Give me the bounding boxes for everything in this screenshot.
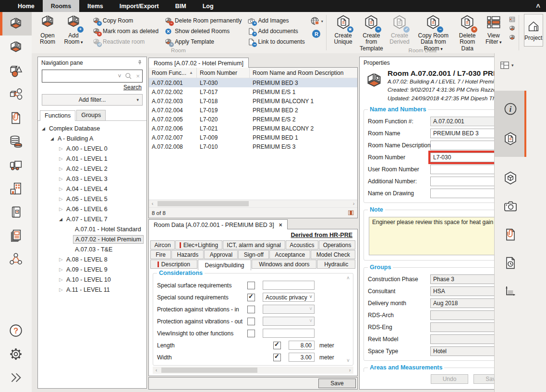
property-field[interactable]: PREMIUM BED 3 — [430, 129, 501, 138]
category-tab[interactable]: Approval — [204, 250, 238, 259]
scroll-left-icon[interactable]: ‹ — [149, 200, 156, 207]
menu-tab-rooms[interactable]: Rooms — [43, 0, 79, 12]
sidebar-attachments[interactable] — [0, 106, 32, 130]
tree-item[interactable]: A.07.02 - Hotel Premium — [38, 234, 146, 244]
value-field[interactable]: 3.00 — [289, 353, 315, 362]
delete-room-permanently-button[interactable]: − Delete Room permanently — [164, 15, 242, 26]
tree-item[interactable]: A - Building A — [38, 133, 146, 143]
sidebar-catalog[interactable] — [0, 200, 32, 224]
tree-expander-icon[interactable] — [59, 206, 66, 212]
create-from-template-button[interactable]: = Create from Template — [356, 13, 387, 52]
value-field[interactable]: Acoustic privacy — [263, 293, 315, 302]
tree-item[interactable]: A.10 - LEVEL 10 — [38, 274, 146, 285]
category-tab[interactable]: Acceptance — [269, 250, 310, 259]
tree-item[interactable]: A.11 - LEVEL 11 — [38, 285, 146, 295]
sidebar-rooms[interactable] — [0, 12, 32, 36]
add-images-button[interactable]: + Add Images — [247, 15, 304, 26]
category-tab[interactable]: Hazards — [171, 250, 204, 259]
checkbox[interactable] — [247, 330, 255, 337]
group-dropdown[interactable]: Aug 2018 — [430, 298, 501, 308]
tree-item[interactable]: A.00 - LEVEL 0 — [38, 143, 146, 154]
table-row[interactable]: A.07.02.002 L7-017 PREMIUM E/S 1 — [149, 87, 357, 96]
room-data-horizontal-scrollbar[interactable]: ‹ › — [153, 367, 353, 374]
tree-item[interactable]: A.07.01 - Hotel Standard — [38, 224, 146, 234]
scrollbar-thumb[interactable] — [161, 368, 257, 373]
revit-link-icon[interactable]: R — [312, 30, 320, 38]
tree-expander-icon[interactable] — [59, 257, 66, 262]
category-tab[interactable]: Design/building — [198, 260, 252, 271]
category-tab[interactable]: Operations — [319, 240, 355, 249]
sidebar-help[interactable] — [0, 319, 32, 342]
measurements-icon[interactable] — [503, 284, 518, 299]
room-remove-icon[interactable] — [509, 34, 516, 41]
tree-expander-icon[interactable] — [59, 186, 66, 191]
tree-expander-icon[interactable] — [59, 166, 66, 171]
column-header-room-number[interactable]: Room Number — [197, 68, 250, 78]
group-dropdown[interactable]: Phase 3 — [430, 274, 501, 284]
column-header-room-name[interactable]: Room Name and Room Description — [250, 68, 357, 78]
rooms-horizontal-scrollbar[interactable]: ‹ › — [149, 200, 357, 207]
category-tab[interactable]: Hydraulic — [317, 260, 355, 269]
room-sync-icon[interactable] — [509, 25, 516, 32]
group-dropdown[interactable] — [430, 310, 501, 320]
scrollbar-thumb[interactable] — [158, 201, 249, 206]
sidebar-expand[interactable] — [0, 366, 32, 389]
tree-expander-icon[interactable] — [59, 217, 66, 222]
property-field[interactable] — [430, 189, 501, 198]
checkbox[interactable] — [247, 294, 255, 301]
tree-expander-icon[interactable] — [59, 287, 66, 292]
undo-button[interactable]: Undo — [431, 374, 468, 384]
sidebar-distribution[interactable] — [0, 83, 32, 106]
reactivate-room-button[interactable]: ↺ Reactivate room — [92, 36, 158, 47]
create-derived-button[interactable]: ✓ Create Derived — [387, 13, 413, 52]
category-tab[interactable]: Acoustics — [286, 240, 319, 249]
value-field[interactable] — [263, 281, 315, 290]
tree-expander-icon[interactable] — [59, 146, 66, 151]
room-report-icon[interactable] — [509, 16, 516, 23]
link-to-documents-button[interactable]: ∞ Link to documents — [247, 36, 304, 47]
table-row[interactable]: A.07.02.006 L7-021 PREMIUM BALCONY 2 — [149, 124, 357, 133]
tree-expander-icon[interactable] — [42, 126, 49, 131]
project-button[interactable]: Project — [524, 14, 543, 47]
property-field[interactable] — [430, 165, 501, 174]
tree-item[interactable]: A.09 - LEVEL 9 — [38, 264, 146, 274]
property-field[interactable]: L7-030 — [430, 153, 501, 162]
checkbox[interactable] — [247, 282, 255, 289]
group-dropdown[interactable] — [430, 322, 501, 332]
column-header-room-function[interactable]: Room Func...▲ — [149, 68, 197, 78]
view-filter-button[interactable]: View Filter — [481, 13, 507, 52]
scroll-right-icon[interactable]: › — [350, 200, 357, 207]
checkbox[interactable] — [247, 306, 255, 313]
category-tab[interactable]: ICT, alarm and signal — [223, 240, 285, 249]
tree-expander-icon[interactable] — [50, 136, 58, 141]
category-tab[interactable]: Elec+Lighting — [175, 240, 222, 249]
tree-expander-icon[interactable] — [59, 196, 66, 202]
sidebar-reports[interactable] — [0, 224, 32, 247]
tree-expander-icon[interactable] — [59, 176, 66, 181]
value-field[interactable] — [263, 305, 315, 314]
tree-expander-icon[interactable] — [59, 277, 66, 282]
category-tab[interactable]: Description — [150, 260, 197, 269]
tree-expander-icon[interactable] — [59, 267, 66, 272]
show-deleted-rooms-button[interactable]: Show deleted Rooms — [164, 26, 242, 36]
sidebar-finance[interactable] — [0, 130, 32, 153]
history-icon[interactable] — [503, 255, 518, 271]
nav-tab-functions[interactable]: Functions — [40, 110, 75, 121]
table-row[interactable]: A.07.02.004 L7-019 PREMIUM BED 2 — [149, 106, 357, 115]
property-field[interactable]: A.07.02.001 — [430, 117, 501, 126]
model-icon[interactable] — [503, 170, 518, 186]
menu-tab-log[interactable]: Log — [194, 0, 222, 12]
attachments-icon[interactable] — [503, 227, 518, 242]
category-tab[interactable]: Fire — [150, 250, 171, 259]
menu-tab-items[interactable]: Items — [79, 0, 111, 12]
scroll-left-icon[interactable]: ‹ — [153, 367, 160, 374]
tree-item[interactable]: A.03 - LEVEL 3 — [38, 174, 146, 184]
value-field[interactable] — [263, 329, 315, 338]
sidebar-settings[interactable] — [0, 342, 32, 366]
close-icon[interactable]: × — [279, 222, 282, 228]
category-tab[interactable]: Sign-off — [238, 250, 269, 259]
layout-selector[interactable]: ▾ — [499, 60, 546, 71]
value-field[interactable] — [263, 317, 315, 326]
copy-room-button[interactable]: = Copy Room — [92, 15, 158, 26]
mark-room-deleted-button[interactable]: × Mark room as deleted — [92, 26, 158, 36]
